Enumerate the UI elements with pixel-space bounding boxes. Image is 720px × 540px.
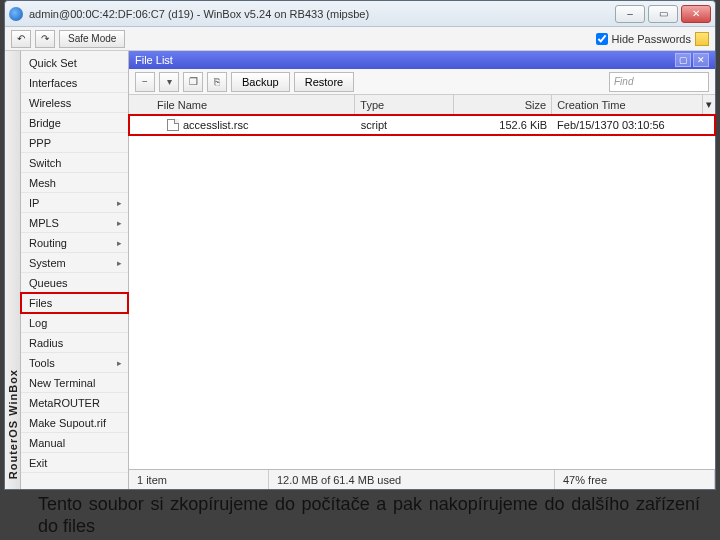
sidebar-item-label: Log — [29, 317, 122, 329]
window-close-button[interactable]: ✕ — [681, 5, 711, 23]
sidebar-item-radius[interactable]: Radius — [21, 333, 128, 353]
sidebar-item-label: MetaROUTER — [29, 397, 122, 409]
sidebar-item-label: Files — [29, 297, 122, 309]
sidebar-item-label: System — [29, 257, 117, 269]
chevron-right-icon: ▸ — [117, 358, 122, 368]
sidebar-item-queues[interactable]: Queues — [21, 273, 128, 293]
panel-close-button[interactable]: ✕ — [693, 53, 709, 67]
col-type[interactable]: Type — [355, 95, 453, 114]
sidebar-item-bridge[interactable]: Bridge — [21, 113, 128, 133]
sidebar: Quick SetInterfacesWirelessBridgePPPSwit… — [21, 51, 129, 489]
safe-mode-button[interactable]: Safe Mode — [59, 30, 125, 48]
sidebar-item-manual[interactable]: Manual — [21, 433, 128, 453]
status-disk-usage: 12.0 MB of 61.4 MB used — [269, 470, 555, 489]
sidebar-item-log[interactable]: Log — [21, 313, 128, 333]
sidebar-item-tools[interactable]: Tools▸ — [21, 353, 128, 373]
restore-button[interactable]: Restore — [294, 72, 355, 92]
cell-filename: accesslist.rsc — [183, 119, 248, 131]
remove-button[interactable]: − — [135, 72, 155, 92]
slide-caption: Tento soubor si zkopírujeme do počítače … — [38, 494, 700, 537]
sidebar-item-ip[interactable]: IP▸ — [21, 193, 128, 213]
sidebar-item-wireless[interactable]: Wireless — [21, 93, 128, 113]
sidebar-item-label: Switch — [29, 157, 122, 169]
sidebar-item-mesh[interactable]: Mesh — [21, 173, 128, 193]
sidebar-item-label: Wireless — [29, 97, 122, 109]
table-body: accesslist.rsc script 152.6 KiB Feb/15/1… — [129, 115, 715, 469]
sidebar-item-label: Queues — [29, 277, 122, 289]
sidebar-item-label: New Terminal — [29, 377, 122, 389]
sidebar-item-label: Mesh — [29, 177, 122, 189]
chevron-right-icon: ▸ — [117, 218, 122, 228]
note-icon[interactable] — [695, 32, 709, 46]
sidebar-item-metarouter[interactable]: MetaROUTER — [21, 393, 128, 413]
col-size[interactable]: Size — [454, 95, 552, 114]
filter-icon[interactable]: ▾ — [159, 72, 179, 92]
cell-size: 152.6 KiB — [454, 115, 552, 134]
col-filename[interactable]: File Name — [129, 95, 355, 114]
col-menu-icon[interactable]: ▾ — [703, 95, 715, 114]
hide-passwords-checkbox[interactable]: Hide Passwords — [596, 33, 691, 45]
sidebar-item-label: Tools — [29, 357, 117, 369]
file-toolbar: − ▾ ❐ ⎘ Backup Restore Find — [129, 69, 715, 95]
window-minimize-button[interactable]: – — [615, 5, 645, 23]
col-creation-time[interactable]: Creation Time — [552, 95, 703, 114]
sidebar-item-routing[interactable]: Routing▸ — [21, 233, 128, 253]
sidebar-item-quick-set[interactable]: Quick Set — [21, 53, 128, 73]
app-window: admin@00:0C:42:DF:06:C7 (d19) - WinBox v… — [4, 0, 716, 490]
sidebar-item-interfaces[interactable]: Interfaces — [21, 73, 128, 93]
window-title: admin@00:0C:42:DF:06:C7 (d19) - WinBox v… — [29, 8, 615, 20]
sidebar-item-label: Make Supout.rif — [29, 417, 122, 429]
undo-button[interactable]: ↶ — [11, 30, 31, 48]
sidebar-item-switch[interactable]: Switch — [21, 153, 128, 173]
window-maximize-button[interactable]: ▭ — [648, 5, 678, 23]
sidebar-item-mpls[interactable]: MPLS▸ — [21, 213, 128, 233]
sidebar-item-ppp[interactable]: PPP — [21, 133, 128, 153]
sidebar-item-make-supout-rif[interactable]: Make Supout.rif — [21, 413, 128, 433]
sidebar-item-files[interactable]: Files — [21, 293, 128, 313]
table-row[interactable]: accesslist.rsc script 152.6 KiB Feb/15/1… — [129, 115, 715, 135]
status-bar: 1 item 12.0 MB of 61.4 MB used 47% free — [129, 469, 715, 489]
table-header: File Name Type Size Creation Time ▾ — [129, 95, 715, 115]
cell-time: Feb/15/1370 03:10:56 — [552, 115, 703, 134]
vertical-brand-text: RouterOS WinBox — [7, 359, 19, 489]
cell-type: script — [356, 115, 454, 134]
sidebar-item-label: Radius — [29, 337, 122, 349]
sidebar-item-label: Exit — [29, 457, 122, 469]
toolbar: ↶ ↷ Safe Mode Hide Passwords — [5, 27, 715, 51]
sidebar-item-label: Interfaces — [29, 77, 122, 89]
panel-dock-button[interactable]: ▢ — [675, 53, 691, 67]
titlebar: admin@00:0C:42:DF:06:C7 (d19) - WinBox v… — [5, 1, 715, 27]
status-free: 47% free — [555, 470, 715, 489]
vertical-brand-bar: RouterOS WinBox — [5, 51, 21, 489]
file-icon — [167, 119, 179, 131]
sidebar-item-label: Bridge — [29, 117, 122, 129]
sidebar-item-label: Routing — [29, 237, 117, 249]
hide-passwords-label: Hide Passwords — [612, 33, 691, 45]
panel-titlebar: File List ▢ ✕ — [129, 51, 715, 69]
redo-button[interactable]: ↷ — [35, 30, 55, 48]
sidebar-item-label: Manual — [29, 437, 122, 449]
paste-icon[interactable]: ⎘ — [207, 72, 227, 92]
panel-title: File List — [135, 54, 173, 66]
sidebar-item-system[interactable]: System▸ — [21, 253, 128, 273]
sidebar-item-exit[interactable]: Exit — [21, 453, 128, 473]
sidebar-item-label: PPP — [29, 137, 122, 149]
copy-icon[interactable]: ❐ — [183, 72, 203, 92]
backup-button[interactable]: Backup — [231, 72, 290, 92]
find-input[interactable]: Find — [609, 72, 709, 92]
sidebar-item-new-terminal[interactable]: New Terminal — [21, 373, 128, 393]
chevron-right-icon: ▸ — [117, 238, 122, 248]
sidebar-item-label: IP — [29, 197, 117, 209]
hide-passwords-input[interactable] — [596, 33, 608, 45]
chevron-right-icon: ▸ — [117, 198, 122, 208]
sidebar-item-label: MPLS — [29, 217, 117, 229]
chevron-right-icon: ▸ — [117, 258, 122, 268]
app-favicon — [9, 7, 23, 21]
status-item-count: 1 item — [129, 470, 269, 489]
sidebar-item-label: Quick Set — [29, 57, 122, 69]
